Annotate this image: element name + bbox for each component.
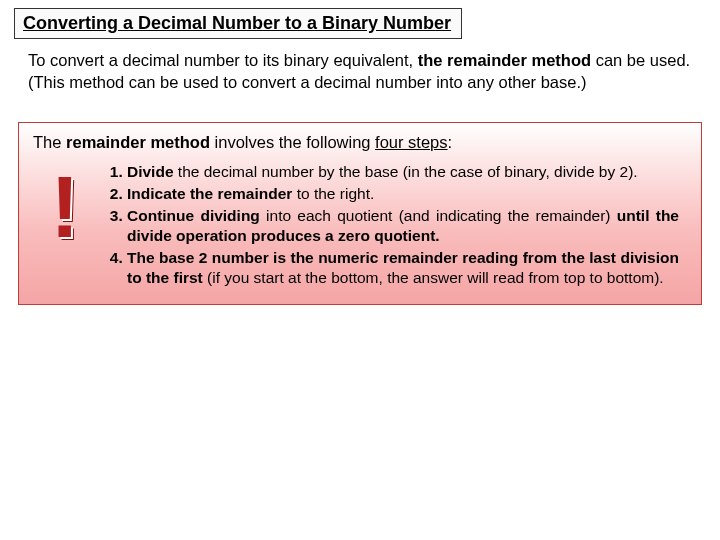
step-text: (if you start at the bottom, the answer … xyxy=(203,269,664,286)
slide: Converting a Decimal Number to a Binary … xyxy=(0,0,720,540)
steps-panel: The remainder method involves the follow… xyxy=(18,122,702,306)
list-item: 3) Continue dividing into each quotient … xyxy=(127,206,679,246)
intro-pre: To convert a decimal number to its binar… xyxy=(28,51,418,69)
panel-lead-pre: The xyxy=(33,133,66,151)
step-bold: Indicate the remainder xyxy=(127,185,292,202)
panel-lead-underline: four steps xyxy=(375,133,447,151)
panel-lead-post: : xyxy=(448,133,453,151)
step-text: into each quotient (and indicating the r… xyxy=(260,207,617,224)
panel-lead-bold: remainder method xyxy=(66,133,210,151)
panel-heading: The remainder method involves the follow… xyxy=(33,133,687,152)
exclamation-icon: ! xyxy=(33,162,97,245)
panel-body: ! 1) Divide the decimal number by the ba… xyxy=(33,162,687,291)
intro-text: To convert a decimal number to its binar… xyxy=(14,49,706,94)
list-item: 4) The base 2 number is the numeric rema… xyxy=(127,248,679,288)
steps-list: 1) Divide the decimal number by the base… xyxy=(103,162,687,291)
step-text: to the right. xyxy=(292,185,374,202)
panel-lead-mid: involves the following xyxy=(210,133,375,151)
list-item: 2) Indicate the remainder to the right. xyxy=(127,184,679,204)
page-title: Converting a Decimal Number to a Binary … xyxy=(14,8,462,39)
list-item: 1) Divide the decimal number by the base… xyxy=(127,162,679,182)
step-bold: Continue dividing xyxy=(127,207,260,224)
intro-bold: the remainder method xyxy=(418,51,591,69)
step-text: the decimal number by the base (in the c… xyxy=(174,163,638,180)
step-bold: Divide xyxy=(127,163,174,180)
